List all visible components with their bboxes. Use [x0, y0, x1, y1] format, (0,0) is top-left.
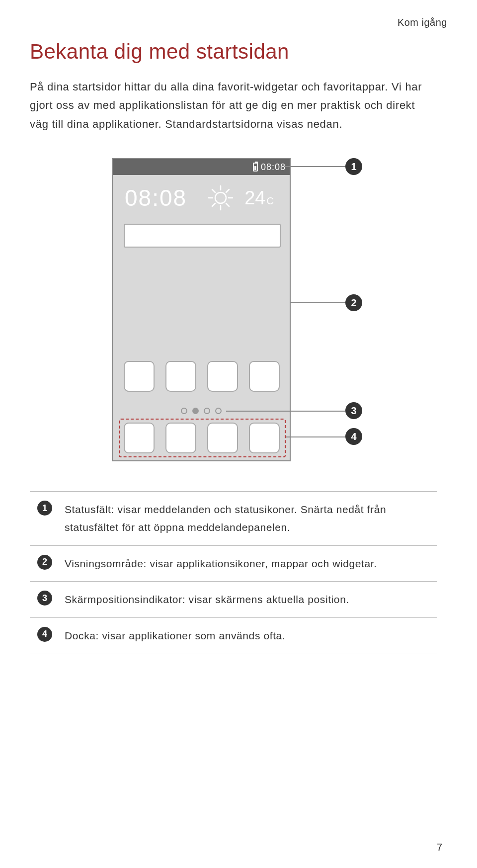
search-box: [124, 224, 281, 248]
legend-text: Visningsområde: visar applikationsikoner…: [60, 545, 437, 582]
page-dot: [181, 408, 187, 414]
dock-icon: [207, 423, 238, 453]
legend-bullet: 1: [37, 501, 52, 516]
battery-icon: [253, 163, 258, 172]
legend-text: Statusfält: visar meddelanden och status…: [60, 492, 437, 545]
intro-paragraph: På dina startsidor hittar du alla dina f…: [30, 78, 432, 133]
weather-widget: 08:08: [113, 184, 290, 212]
callout-line: [286, 436, 345, 437]
svg-line-7: [226, 189, 229, 192]
app-row: [124, 361, 280, 392]
phone-frame: 08:08 08:08: [112, 158, 291, 461]
legend-text: Skärmpositionsindikator: visar skärmens …: [60, 582, 437, 618]
legend-row: 1 Statusfält: visar meddelanden och stat…: [30, 492, 437, 545]
svg-line-5: [212, 189, 215, 192]
page-dot: [204, 408, 210, 414]
page-number: 7: [437, 842, 442, 853]
clock-time: 08:08: [113, 184, 187, 211]
status-bar: 08:08: [113, 159, 290, 175]
page-dot: [215, 408, 222, 414]
app-icon: [124, 361, 155, 392]
svg-point-0: [215, 192, 226, 203]
legend-table: 1 Statusfält: visar meddelanden och stat…: [30, 491, 437, 654]
phone-figure: 08:08 08:08: [37, 158, 425, 471]
status-time: 08:08: [261, 162, 286, 173]
callout-line: [284, 166, 345, 167]
legend-row: 4 Docka: visar applikationer som används…: [30, 617, 437, 654]
page-dot-active: [192, 408, 199, 414]
legend-row: 2 Visningsområde: visar applikationsikon…: [30, 545, 437, 582]
app-icon: [165, 361, 196, 392]
dock-icon: [249, 423, 280, 453]
callout-line: [291, 302, 345, 303]
page-title: Bekanta dig med startsidan: [30, 40, 432, 64]
svg-line-8: [212, 203, 215, 206]
callout-bullet-4: 4: [345, 428, 362, 445]
sun-icon: [207, 184, 235, 212]
temperature-unit: C: [266, 195, 273, 206]
app-icon: [249, 361, 280, 392]
section-tag: Kom igång: [398, 17, 447, 28]
callout-line: [226, 411, 345, 412]
dock-row: [124, 423, 280, 453]
callout-bullet-1: 1: [345, 158, 362, 175]
dock-icon: [124, 423, 155, 453]
legend-text: Docka: visar applikationer som används o…: [60, 617, 437, 654]
temperature: 24C: [244, 187, 274, 209]
svg-line-6: [226, 203, 229, 206]
legend-bullet: 2: [37, 555, 52, 570]
page: Kom igång Bekanta dig med startsidan På …: [0, 0, 477, 868]
legend-row: 3 Skärmpositionsindikator: visar skärmen…: [30, 582, 437, 618]
app-icon: [207, 361, 238, 392]
legend-bullet: 3: [37, 591, 52, 606]
callout-bullet-3: 3: [345, 402, 362, 419]
callout-bullet-2: 2: [345, 294, 362, 311]
legend-bullet: 4: [37, 627, 52, 642]
dock-icon: [165, 423, 196, 453]
temperature-value: 24: [244, 187, 265, 208]
